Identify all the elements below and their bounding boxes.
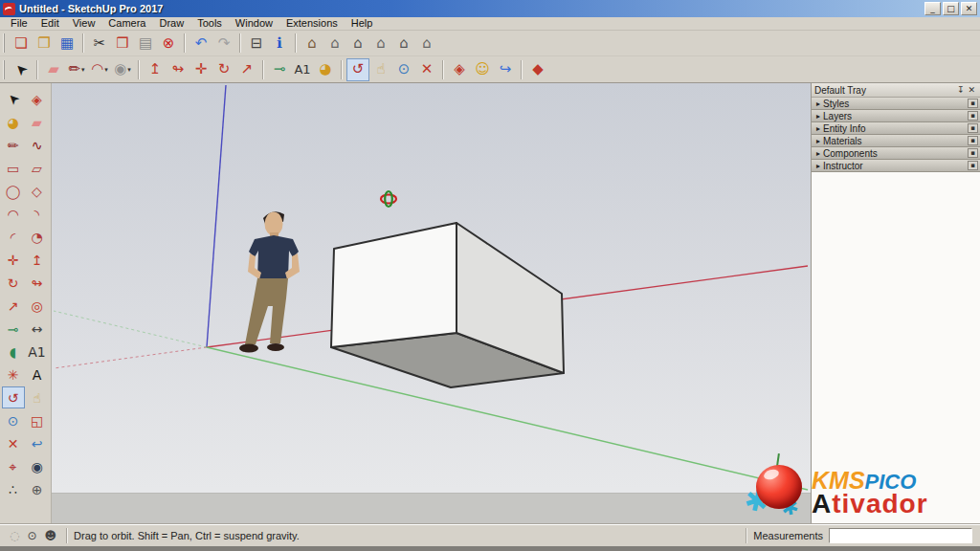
3d-warehouse-button[interactable]: ◈ <box>448 58 471 81</box>
tape-measure-button[interactable]: ⊸ <box>2 318 25 340</box>
new-button[interactable]: ❏ <box>10 32 33 55</box>
zoom-window-button[interactable]: ◱ <box>26 409 49 431</box>
zoom-extents-button[interactable]: ✕ <box>415 58 438 81</box>
tray-close-icon[interactable]: ✕ <box>966 85 977 95</box>
zoom-extents-button[interactable]: ✕ <box>2 432 25 454</box>
section-options-button[interactable]: ▪ <box>968 161 978 170</box>
position-camera-button[interactable]: ⌖ <box>2 455 25 477</box>
eraser-button[interactable]: ▰ <box>26 111 49 133</box>
minimize-button[interactable]: _ <box>924 2 941 15</box>
eraser-button[interactable]: ▰ <box>42 58 65 81</box>
text-button[interactable]: A1 <box>291 58 314 81</box>
toolbar-drag-handle[interactable] <box>3 60 7 79</box>
undo-button[interactable]: ↶ <box>189 32 212 55</box>
two-point-arc-button[interactable]: ◝ <box>26 203 49 225</box>
pin-icon[interactable]: ↧ <box>955 85 967 95</box>
measurements-input[interactable] <box>829 528 972 543</box>
tray-section-styles[interactable]: ▸Styles▪ <box>812 98 980 110</box>
view-top-button[interactable]: ⌂ <box>323 32 346 55</box>
follow-me-button[interactable]: ↬ <box>167 58 189 81</box>
maximize-button[interactable]: □ <box>943 2 959 15</box>
menu-file[interactable]: File <box>4 17 34 30</box>
circle-button[interactable]: ◉▾ <box>111 58 134 81</box>
view-front-button[interactable]: ⌂ <box>346 32 369 55</box>
dimension-button[interactable]: ↔ <box>26 318 49 340</box>
tray-section-materials[interactable]: ▸Materials▪ <box>812 135 980 147</box>
arc-dropdown-icon[interactable]: ▾ <box>104 66 108 74</box>
get-models-button[interactable]: ↪ <box>494 58 517 81</box>
select-button[interactable]: ➤ <box>2 88 25 110</box>
move-button[interactable]: ✛ <box>189 58 212 81</box>
line-dropdown-icon[interactable]: ▾ <box>81 66 85 74</box>
follow-me-button[interactable]: ↬ <box>26 272 49 294</box>
walk-button[interactable]: ∴ <box>2 478 25 500</box>
tray-section-entity-info[interactable]: ▸Entity Info▪ <box>812 122 980 135</box>
previous-button[interactable]: ↩ <box>26 432 49 454</box>
pan-button[interactable]: ☝ <box>369 58 392 81</box>
make-component-button[interactable]: ◈ <box>26 88 49 110</box>
zoom-button[interactable]: ⊙ <box>392 58 415 81</box>
copy-button[interactable]: ❒ <box>111 32 134 55</box>
arc-button[interactable]: ◠▾ <box>88 58 111 81</box>
three-point-arc-button[interactable]: ◜ <box>2 226 25 248</box>
scale-button[interactable]: ↗ <box>235 58 258 81</box>
paste-button[interactable]: ▤ <box>134 32 157 55</box>
arc-button[interactable]: ◠ <box>2 203 25 225</box>
paint-bucket-button[interactable]: ◕ <box>314 58 337 81</box>
text-button[interactable]: A1 <box>26 341 49 363</box>
polygon-button[interactable]: ◇ <box>26 180 49 202</box>
tray-section-components[interactable]: ▸Components▪ <box>812 147 980 160</box>
expand-arrow-icon[interactable]: ▸ <box>816 149 820 158</box>
tray-section-instructor[interactable]: ▸Instructor▪ <box>812 160 980 172</box>
view-iso-button[interactable]: ⌂ <box>301 32 323 55</box>
orbit-button[interactable]: ↺ <box>2 386 25 408</box>
menu-extensions[interactable]: Extensions <box>279 17 345 30</box>
orbit-button[interactable]: ↺ <box>346 58 369 81</box>
status-disabled-icon[interactable]: ◌ <box>10 529 19 542</box>
expand-arrow-icon[interactable]: ▸ <box>816 137 820 145</box>
section-options-button[interactable]: ▪ <box>968 136 978 145</box>
expand-arrow-icon[interactable]: ▸ <box>816 112 820 121</box>
circle-dropdown-icon[interactable]: ▾ <box>127 66 131 74</box>
circle-button[interactable]: ◯ <box>2 180 25 202</box>
look-around-button[interactable]: ◉ <box>26 455 49 477</box>
section-options-button[interactable]: ▪ <box>968 99 978 108</box>
expand-arrow-icon[interactable]: ▸ <box>816 124 820 133</box>
save-button[interactable]: ▦ <box>56 32 78 55</box>
redo-button[interactable]: ↷ <box>212 32 235 55</box>
menu-tools[interactable]: Tools <box>190 17 229 30</box>
model-info-button[interactable]: ℹ <box>268 32 291 55</box>
scale-button[interactable]: ↗ <box>2 295 25 317</box>
erase-button[interactable]: ⊗ <box>157 32 180 55</box>
view-left-button[interactable]: ⌂ <box>415 32 438 55</box>
expand-arrow-icon[interactable]: ▸ <box>816 162 820 170</box>
axes-button[interactable]: ✳ <box>2 364 25 386</box>
print-button[interactable]: ⊟ <box>245 32 268 55</box>
open-button[interactable]: ❐ <box>33 32 56 55</box>
view-back-button[interactable]: ⌂ <box>392 32 415 55</box>
share-model-button[interactable]: ☺ <box>471 58 494 81</box>
section-options-button[interactable]: ▪ <box>968 111 978 121</box>
rotate-button[interactable]: ↻ <box>212 58 235 81</box>
section-options-button[interactable]: ▪ <box>968 123 978 133</box>
geolocation-icon[interactable]: ⊙ <box>27 529 36 542</box>
rotated-rectangle-button[interactable]: ▱ <box>26 157 49 179</box>
pie-button[interactable]: ◔ <box>26 226 49 248</box>
offset-button[interactable]: ◎ <box>26 295 49 317</box>
line-button[interactable]: ✏▾ <box>65 58 88 81</box>
freehand-button[interactable]: ∿ <box>26 134 49 156</box>
menu-window[interactable]: Window <box>229 17 279 30</box>
close-button[interactable]: ✕ <box>961 2 977 15</box>
menu-camera[interactable]: Camera <box>101 17 152 30</box>
toolbar-drag-handle[interactable] <box>3 33 7 53</box>
3d-text-button[interactable]: A <box>26 364 49 386</box>
model-viewport[interactable] <box>52 83 811 524</box>
section-options-button[interactable]: ▪ <box>968 148 978 158</box>
user-credit-icon[interactable]: ☻ <box>45 529 57 542</box>
pan-button[interactable]: ☝ <box>26 386 49 408</box>
cut-button[interactable]: ✂ <box>88 32 111 55</box>
tray-section-layers[interactable]: ▸Layers▪ <box>812 110 980 122</box>
zoom-button[interactable]: ⊙ <box>2 409 25 431</box>
protractor-button[interactable]: ◖ <box>2 341 25 363</box>
menu-view[interactable]: View <box>66 17 102 30</box>
